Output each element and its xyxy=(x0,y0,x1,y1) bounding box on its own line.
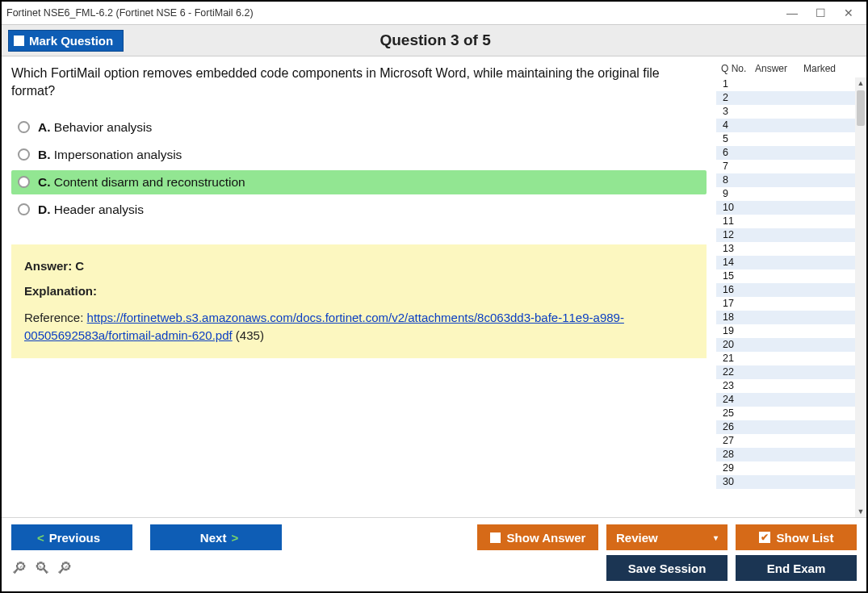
list-item[interactable]: 11 xyxy=(716,215,855,228)
list-item[interactable]: 29 xyxy=(716,461,855,475)
option-label: D. Header analysis xyxy=(38,203,144,217)
window-title: Fortinet NSE6_FML-6.2 (Fortinet NSE 6 - … xyxy=(6,7,786,19)
options-list: A. Behavior analysisB. Impersonation ana… xyxy=(11,115,707,225)
list-item[interactable]: 21 xyxy=(716,352,855,365)
explanation-label: Explanation: xyxy=(24,284,694,298)
question-panel: Which FortiMail option removes embedded … xyxy=(2,56,716,517)
option-label: C. Content disarm and reconstruction xyxy=(38,175,245,190)
chevron-left-icon: < xyxy=(37,531,44,545)
footer-toolbar: < Previous Next > Show Answer Review ▾ ✔… xyxy=(2,517,866,591)
maximize-icon[interactable]: ☐ xyxy=(816,6,826,19)
previous-button[interactable]: < Previous xyxy=(11,524,132,550)
answer-correct: Answer: C xyxy=(24,259,694,273)
list-item[interactable]: 16 xyxy=(716,283,855,297)
app-window: Fortinet NSE6_FML-6.2 (Fortinet NSE 6 - … xyxy=(0,0,868,593)
list-item[interactable]: 12 xyxy=(716,228,855,242)
list-item[interactable]: 18 xyxy=(716,311,855,324)
option-row[interactable]: D. Header analysis xyxy=(11,198,707,222)
square-icon xyxy=(490,532,501,543)
mark-question-label: Mark Question xyxy=(29,34,113,48)
list-item[interactable]: 14 xyxy=(716,256,855,269)
minimize-icon[interactable]: — xyxy=(786,6,798,19)
footer-row-2: 🔎︎ 🔎︎ 🔎︎ Save Session End Exam xyxy=(11,555,857,581)
show-list-button[interactable]: ✔ Show List xyxy=(736,524,857,550)
radio-icon xyxy=(18,121,30,133)
option-label: A. Behavior analysis xyxy=(38,120,152,135)
chevron-right-icon: > xyxy=(231,531,238,545)
option-row[interactable]: C. Content disarm and reconstruction xyxy=(11,170,707,194)
save-session-button[interactable]: Save Session xyxy=(606,555,728,581)
scroll-down-icon[interactable]: ▼ xyxy=(855,506,866,517)
list-item[interactable]: 26 xyxy=(716,420,855,434)
list-item[interactable]: 17 xyxy=(716,297,855,311)
zoom-controls: 🔎︎ 🔎︎ 🔎︎ xyxy=(11,559,73,578)
list-item[interactable]: 2 xyxy=(716,91,855,105)
col-marked: Marked xyxy=(803,63,866,74)
list-item[interactable]: 7 xyxy=(716,160,855,173)
radio-icon xyxy=(18,176,30,188)
list-item[interactable]: 6 xyxy=(716,146,855,160)
list-item[interactable]: 8 xyxy=(716,173,855,187)
main-area: Which FortiMail option removes embedded … xyxy=(2,56,866,517)
zoom-in-icon[interactable]: 🔎︎ xyxy=(11,559,27,578)
list-item[interactable]: 13 xyxy=(716,242,855,256)
list-item[interactable]: 20 xyxy=(716,338,855,352)
option-label: B. Impersonation analysis xyxy=(38,148,182,162)
list-rows[interactable]: 1234567891011121314151617181920212223242… xyxy=(716,77,855,517)
list-item[interactable]: 3 xyxy=(716,105,855,119)
review-dropdown[interactable]: Review ▾ xyxy=(606,524,728,550)
reference-link[interactable]: https://fortinetweb.s3.amazonaws.com/doc… xyxy=(24,311,624,342)
close-icon[interactable]: ✕ xyxy=(844,6,853,19)
list-item[interactable]: 30 xyxy=(716,475,855,489)
list-item[interactable]: 28 xyxy=(716,448,855,461)
option-row[interactable]: A. Behavior analysis xyxy=(11,115,707,140)
radio-icon xyxy=(18,203,30,215)
zoom-icon[interactable]: 🔎︎ xyxy=(34,559,50,578)
check-icon: ✔ xyxy=(759,532,770,543)
window-controls: — ☐ ✕ xyxy=(786,6,862,19)
title-bar: Fortinet NSE6_FML-6.2 (Fortinet NSE 6 - … xyxy=(2,2,866,24)
list-item[interactable]: 24 xyxy=(716,393,855,407)
list-item[interactable]: 10 xyxy=(716,201,855,215)
footer-row-1: < Previous Next > Show Answer Review ▾ ✔… xyxy=(11,524,857,550)
zoom-out-icon[interactable]: 🔎︎ xyxy=(57,559,73,578)
col-answer: Answer xyxy=(755,63,803,74)
scrollbar[interactable]: ▲ ▼ xyxy=(855,77,866,517)
scroll-thumb[interactable] xyxy=(857,90,865,126)
chevron-down-icon: ▾ xyxy=(714,533,718,542)
question-text: Which FortiMail option removes embedded … xyxy=(11,65,707,101)
option-row[interactable]: B. Impersonation analysis xyxy=(11,143,707,167)
list-item[interactable]: 25 xyxy=(716,407,855,420)
mark-question-button[interactable]: Mark Question xyxy=(8,30,124,52)
list-item[interactable]: 27 xyxy=(716,434,855,448)
list-item[interactable]: 23 xyxy=(716,379,855,393)
header-toolbar: Mark Question Question 3 of 5 xyxy=(2,24,866,56)
show-answer-button[interactable]: Show Answer xyxy=(477,524,598,550)
reference-line: Reference: https://fortinetweb.s3.amazon… xyxy=(24,309,694,345)
radio-icon xyxy=(18,148,30,161)
next-button[interactable]: Next > xyxy=(150,524,282,550)
list-item[interactable]: 15 xyxy=(716,269,855,283)
end-exam-button[interactable]: End Exam xyxy=(736,555,857,581)
list-item[interactable]: 9 xyxy=(716,187,855,201)
list-item[interactable]: 22 xyxy=(716,365,855,379)
scroll-up-icon[interactable]: ▲ xyxy=(855,77,866,89)
list-item[interactable]: 19 xyxy=(716,324,855,338)
question-counter: Question 3 of 5 xyxy=(124,31,747,49)
list-item[interactable]: 5 xyxy=(716,132,855,146)
list-item[interactable]: 4 xyxy=(716,119,855,132)
col-qno: Q No. xyxy=(721,63,755,74)
question-list-panel: Q No. Answer Marked 12345678910111213141… xyxy=(716,56,866,517)
list-body: 1234567891011121314151617181920212223242… xyxy=(716,77,866,517)
list-header: Q No. Answer Marked xyxy=(716,61,866,77)
answer-box: Answer: C Explanation: Reference: https:… xyxy=(11,244,707,359)
list-item[interactable]: 1 xyxy=(716,77,855,91)
checkbox-icon xyxy=(14,35,24,46)
